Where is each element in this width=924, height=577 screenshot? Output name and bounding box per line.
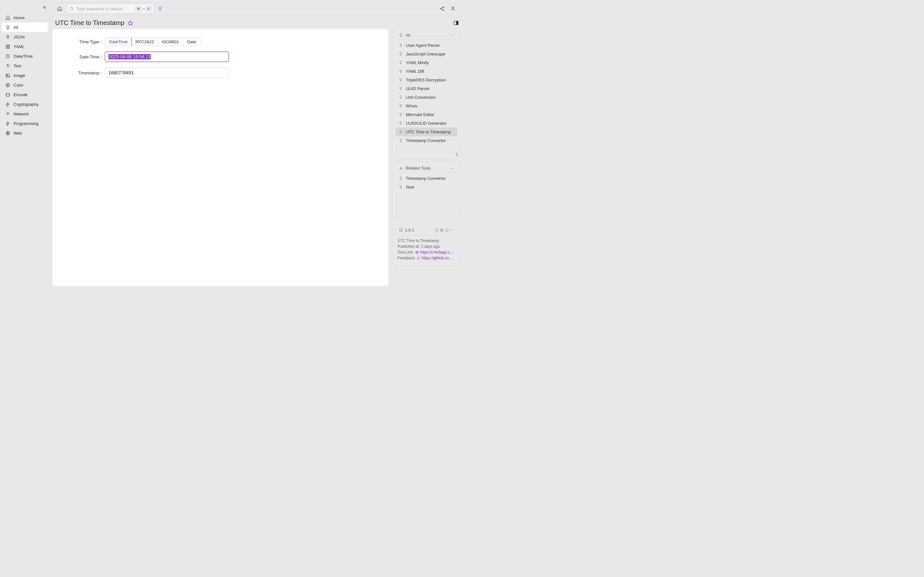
image-icon <box>5 73 10 78</box>
time-type-option-iso8601[interactable]: ISO8601 <box>158 38 183 45</box>
published-value: 2 days ago <box>421 244 440 249</box>
tool-item[interactable]: UTC Time to Timestamp <box>396 127 457 136</box>
toggle-right-panel-button[interactable] <box>453 20 459 26</box>
search-input[interactable] <box>76 6 132 11</box>
wifi-icon <box>5 111 10 116</box>
home-icon <box>5 15 10 20</box>
feedback-link[interactable]: https://github.com/… <box>422 256 455 260</box>
tool-item[interactable]: UUID Parser <box>396 84 457 93</box>
chevron-down-icon <box>450 33 454 37</box>
sidebar-item-home[interactable]: Home <box>2 13 48 23</box>
svg-rect-16 <box>457 21 458 25</box>
tool-item-label: User Agent Parser <box>406 43 440 48</box>
tool-item[interactable]: User Agent Parser <box>396 41 457 50</box>
sidebar-item-date-time[interactable]: Date/Time <box>2 51 48 61</box>
sidebar-item-label: Image <box>13 73 25 78</box>
content-card: Time Type DateTimeRFC2822ISO8601Date Dat… <box>52 29 389 287</box>
tool-item-label: UTC Time to Timestamp <box>406 129 451 134</box>
related-item-label: Timestamp Convertor <box>406 176 446 181</box>
date-time-input[interactable]: 2023-04-06 18:54:13 <box>105 52 229 62</box>
bulb-icon <box>399 113 403 117</box>
time-type-option-rfc2822[interactable]: RFC2822 <box>132 38 158 45</box>
topbar: ⌘ + K <box>52 2 460 15</box>
tool-item-label: Mermaid Editor <box>406 112 434 117</box>
svg-rect-1 <box>8 45 9 46</box>
sidebar-item-label: Color <box>13 83 23 87</box>
published-label: Published at: <box>397 244 420 249</box>
time-type-option-date[interactable]: Date <box>183 38 200 45</box>
sidebar-item-encode[interactable]: Encode <box>2 90 48 99</box>
tool-item-label: Unit Conversion <box>406 95 436 100</box>
tool-item[interactable]: TripleDES Decryption <box>396 76 457 84</box>
time-type-segmented[interactable]: DateTimeRFC2822ISO8601Date <box>105 38 200 46</box>
svg-rect-2 <box>6 47 7 48</box>
all-tools-header[interactable]: All <box>396 31 457 40</box>
sidebar-item-label: JSON <box>13 35 25 39</box>
related-item[interactable]: Timestamp Convertor <box>396 174 457 183</box>
version-label: 1.0.1 <box>405 227 414 232</box>
hint-button[interactable] <box>157 5 163 12</box>
tool-item[interactable]: YAML Diff <box>396 67 457 76</box>
related-item[interactable]: Now <box>396 183 457 191</box>
svg-rect-0 <box>6 45 7 46</box>
related-tools-header[interactable]: Related Tools <box>396 164 457 173</box>
scrollbar-thumb[interactable] <box>456 153 458 156</box>
globe-icon <box>5 131 10 135</box>
color-icon <box>5 82 10 87</box>
bulb-icon <box>399 87 403 91</box>
sidebar-item-label: Text <box>13 63 21 68</box>
bulb-icon <box>399 121 403 126</box>
sidebar-item-text[interactable]: Text <box>2 61 48 71</box>
collapse-sidebar-button[interactable] <box>42 5 47 10</box>
home-button[interactable] <box>55 5 64 13</box>
tool-item[interactable]: YAML Minify <box>396 58 457 67</box>
timestamp-input[interactable]: 1680778453 <box>105 68 229 78</box>
account-button[interactable] <box>449 5 457 12</box>
page-header: UTC Time to Timestamp <box>52 17 460 27</box>
sidebar-item-label: Programming <box>13 121 39 126</box>
bulb-icon <box>399 139 403 143</box>
tool-item[interactable]: Timestamp Convertor <box>396 136 457 145</box>
bolt-icon <box>5 102 10 107</box>
time-type-option-datetime[interactable]: DateTime <box>105 38 132 46</box>
search-box[interactable]: ⌘ + K <box>66 4 154 13</box>
svg-point-20 <box>446 229 449 231</box>
date-time-label: Date Time <box>64 55 102 59</box>
search-shortcut: ⌘ + K <box>135 6 152 11</box>
feedback-label: Feedback: <box>397 256 415 260</box>
chevron-down-icon[interactable] <box>450 228 454 232</box>
tool-item[interactable]: UUID/ULID Generator <box>396 119 457 127</box>
sidebar-item-programming[interactable]: Programming <box>2 119 48 128</box>
sidebar-item-web[interactable]: Web <box>2 128 48 138</box>
sidebar-item-label: YAML <box>13 44 24 49</box>
bulb-icon <box>399 52 403 56</box>
sidebar-item-image[interactable]: Image <box>2 71 48 80</box>
favorite-button[interactable] <box>128 20 133 26</box>
sidebar-item-yaml[interactable]: YAML <box>2 42 48 51</box>
tool-item[interactable]: Unit Conversion <box>396 93 457 102</box>
bolt-icon <box>5 121 10 126</box>
sidebar-item-label: Web <box>13 131 22 135</box>
sidebar-item-color[interactable]: Color <box>2 80 48 90</box>
tool-link[interactable]: https://t.he3app.co… <box>420 250 455 255</box>
sidebar-item-json[interactable]: JSON <box>2 32 48 42</box>
all-tools-list[interactable]: User Agent ParserJavaScript UnescapeYAML… <box>395 41 458 156</box>
copy-icon[interactable] <box>415 250 419 254</box>
tool-item[interactable]: Mermaid Editor <box>396 110 457 119</box>
tool-item[interactable]: Whois <box>396 102 457 110</box>
sidebar-item-network[interactable]: Network <box>2 109 48 119</box>
share-button[interactable] <box>439 5 446 12</box>
sidebar-item-cryptography[interactable]: Cryptography <box>2 99 48 109</box>
page-title: UTC Time to Timestamp <box>55 19 124 27</box>
tool-item[interactable]: JavaScript Unescape <box>396 50 457 58</box>
related-tools-card: Related Tools Timestamp ConvertorNow <box>393 161 460 221</box>
sidebar-item-all[interactable]: All <box>2 23 48 32</box>
bulb-icon <box>399 69 403 74</box>
tool-item-label: Whois <box>406 103 417 108</box>
search-icon <box>69 6 74 11</box>
main-panel: ⌘ + K UTC Time to Timestamp <box>50 0 462 288</box>
tool-item-label: YAML Diff <box>406 69 424 74</box>
bulb-icon <box>399 104 403 108</box>
tool-item-label: TripleDES Decryption <box>406 77 446 82</box>
chat-icon <box>417 256 420 260</box>
